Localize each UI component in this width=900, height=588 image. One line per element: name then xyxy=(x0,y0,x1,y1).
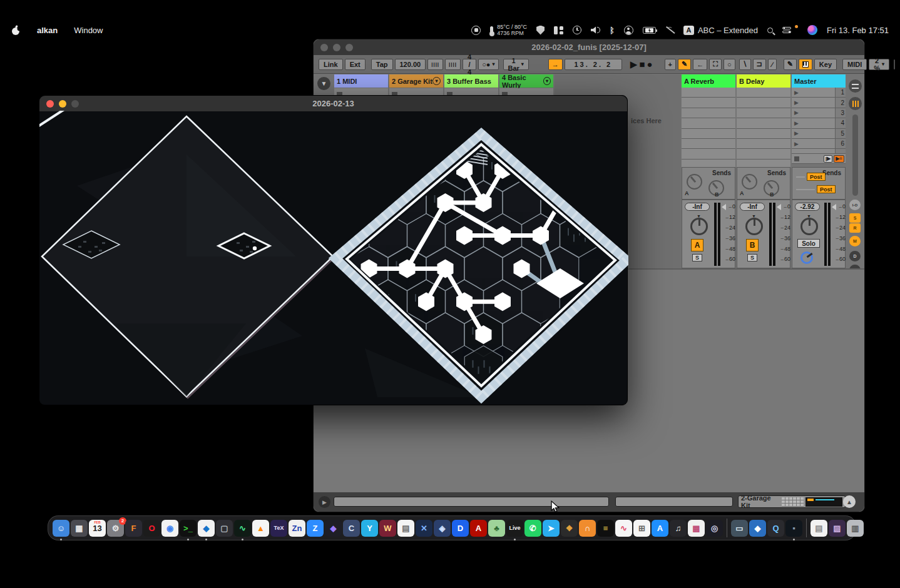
return-b-volume[interactable]: -Inf xyxy=(740,203,765,211)
track-header-4[interactable]: 4 Basic Wurly▾ xyxy=(499,74,553,88)
dock-wave-app-icon[interactable]: ∿ xyxy=(615,520,632,537)
scene-play-icon[interactable]: ▶ xyxy=(794,109,799,116)
send-b-post-toggle[interactable]: Post xyxy=(817,185,836,193)
scene-play-icon[interactable]: ▶ xyxy=(794,89,799,96)
shield-icon[interactable] xyxy=(536,26,545,35)
track-header-3[interactable]: 3 Buffer Bass xyxy=(444,74,498,88)
scene-row[interactable]: ▶3 xyxy=(792,108,846,118)
re-enable-automation-button[interactable]: ← xyxy=(693,59,707,70)
stop-button[interactable]: ■ xyxy=(639,59,645,69)
dock-system-settings-icon[interactable]: ⚙2 xyxy=(107,520,124,537)
scene-play-icon[interactable]: ▶ xyxy=(794,99,799,106)
apple-menu-icon[interactable] xyxy=(11,25,21,36)
session-record-button[interactable]: ○ xyxy=(724,59,735,70)
return-a-header[interactable]: A Reverb xyxy=(682,74,735,88)
master-solo[interactable]: Solo xyxy=(797,239,820,248)
track-header-1[interactable]: 1 MIDI xyxy=(334,74,388,88)
expand-detail-icon[interactable]: ▲ xyxy=(843,495,856,508)
chevron-down-icon[interactable]: ▾ xyxy=(543,77,551,85)
return-b-activator[interactable]: B xyxy=(746,239,759,251)
return-b-header[interactable]: B Delay xyxy=(737,74,790,88)
master-volume[interactable]: -2.92 xyxy=(795,203,820,211)
dock-midi-keyboard-app-icon[interactable]: ♫ xyxy=(670,520,687,537)
cue-volume-knob[interactable] xyxy=(800,251,813,264)
metronome-button[interactable]: ○●▾ xyxy=(478,59,498,70)
menu-window[interactable]: Window xyxy=(74,26,103,35)
dock-finder-icon[interactable]: ☺ xyxy=(53,520,69,537)
track-header-2[interactable]: 2 Garage Kit▾ xyxy=(389,74,443,88)
draw-mode-button[interactable]: ✎ xyxy=(784,59,797,70)
dock-firefox-icon[interactable]: F xyxy=(125,520,142,537)
dock-image-tool-icon[interactable]: ▢ xyxy=(216,520,233,537)
scene-row[interactable]: ▶6 xyxy=(792,139,846,149)
back-to-arrangement-icon[interactable]: |▶ xyxy=(824,155,832,163)
delay-section-toggle[interactable]: D xyxy=(849,251,861,261)
temperature-status[interactable]: 85°C / 80°C 4736 RPM xyxy=(490,24,527,36)
dock-terminal-icon[interactable]: >_ xyxy=(180,520,197,537)
scene-row-partial[interactable] xyxy=(792,149,846,154)
session-scrollbar[interactable] xyxy=(852,114,858,196)
dock-zoom-icon[interactable]: Z xyxy=(307,520,324,537)
send-a-post-toggle[interactable]: Post xyxy=(807,173,826,181)
detail-scrollbar[interactable] xyxy=(615,497,733,507)
mixer-section-toggle[interactable]: M xyxy=(849,236,861,246)
dock-window-preview-icon[interactable]: ▭ xyxy=(731,520,748,537)
dock-ableton-live-icon[interactable]: Live xyxy=(506,520,523,537)
nudge-down-button[interactable]: |||| xyxy=(427,59,443,70)
returns-section-toggle[interactable]: R xyxy=(849,223,861,233)
dock-audio-app-icon[interactable]: ∩ xyxy=(579,520,596,537)
return-b-solo[interactable]: S xyxy=(747,254,757,261)
send-a-knob[interactable] xyxy=(742,174,757,190)
dock-calibre-icon[interactable]: C xyxy=(343,520,360,537)
overview-toggle-icon[interactable] xyxy=(849,79,862,93)
dock-obsidian-icon[interactable]: ◆ xyxy=(325,520,342,537)
dock-vscode-icon[interactable]: ◆ xyxy=(198,520,215,537)
master-pan-knob[interactable] xyxy=(800,218,818,235)
dock-quicktime-icon[interactable]: Q xyxy=(767,520,784,537)
dock-app-store-icon[interactable]: A xyxy=(652,520,668,537)
dock-palm-app-icon[interactable]: ♣ xyxy=(488,520,505,537)
tempo-display[interactable]: 120.00 xyxy=(395,59,426,70)
dock-opera-icon[interactable]: O xyxy=(143,520,160,537)
scene-play-icon[interactable]: ▶ xyxy=(794,130,799,136)
dock-trash-icon[interactable]: ▥ xyxy=(847,520,864,537)
link-button[interactable]: Link xyxy=(319,59,343,70)
nudge-up-button[interactable]: |||| xyxy=(445,59,461,70)
quantization-menu[interactable]: 1 Bar▾ xyxy=(503,59,529,70)
wifi-off-icon[interactable] xyxy=(665,26,674,34)
return-b-pan-knob[interactable] xyxy=(745,218,763,235)
io-section-toggle[interactable]: I-O xyxy=(849,200,861,210)
dock-document-icon[interactable]: ▤ xyxy=(811,520,827,537)
scene-row[interactable]: ▶2 xyxy=(792,98,846,108)
dock-advisory-app-icon[interactable]: ≡ xyxy=(597,520,614,537)
return-a-activator[interactable]: A xyxy=(691,239,703,251)
arrangement-record-icon[interactable]: ▶≡ xyxy=(834,155,844,163)
time-machine-icon[interactable] xyxy=(573,26,581,34)
selected-device-chooser[interactable]: 2-Garage Kit xyxy=(738,495,846,508)
scene-play-icon[interactable]: ▶ xyxy=(794,120,799,126)
dock-calendar-icon[interactable]: 13FEB xyxy=(89,520,106,537)
bluetooth-icon[interactable]: ᛒ xyxy=(610,26,615,35)
dock-zinc-icon[interactable]: Zn xyxy=(289,520,305,537)
fade-in-icon[interactable]: ∕ xyxy=(768,59,777,70)
dock-davinci-resolve-icon[interactable]: ❖ xyxy=(561,520,578,537)
record-button[interactable]: ● xyxy=(647,59,652,69)
scene-row[interactable]: ▶4 xyxy=(792,118,846,128)
dock-x-tool-icon[interactable]: ✕ xyxy=(416,520,432,537)
automation-arm-button[interactable]: ✎ xyxy=(678,59,691,70)
volume-icon[interactable] xyxy=(591,26,600,34)
chevron-down-icon[interactable]: ▾ xyxy=(432,77,441,85)
blocks-icon[interactable] xyxy=(554,26,563,34)
dock-virtualbox-icon[interactable]: ◈ xyxy=(434,520,451,537)
menu-clock[interactable]: Fri 13. Feb 17:51 xyxy=(827,26,889,35)
arrangement-position[interactable]: 13. 2. 2 xyxy=(565,59,622,70)
dock-vlc-icon[interactable]: ▲ xyxy=(252,520,269,537)
game-titlebar[interactable]: 2026-02-13 xyxy=(39,96,627,111)
computer-midi-keyboard-button[interactable] xyxy=(799,59,812,70)
return-a-solo[interactable]: S xyxy=(692,254,702,261)
groove-amount-menu[interactable]: 2 %▾ xyxy=(869,59,889,70)
session-corner-menu[interactable]: ▼ xyxy=(317,77,330,90)
dock-obs-icon[interactable]: ◎ xyxy=(706,520,723,537)
dock-docker-icon[interactable]: D xyxy=(452,520,469,537)
input-source-menu[interactable]: A ABC – Extended xyxy=(683,26,758,35)
